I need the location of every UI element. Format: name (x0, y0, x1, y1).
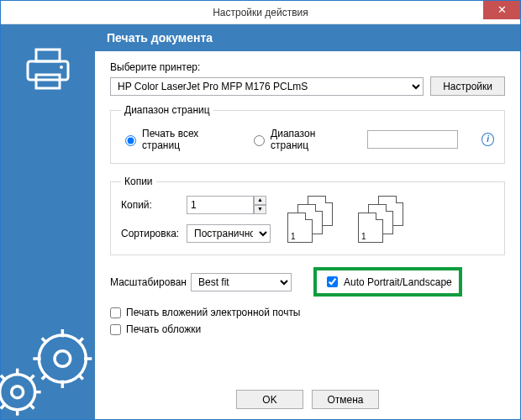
radio-all-input[interactable] (125, 135, 136, 146)
page-range-group: Диапазон страниц Печать всех страниц Диа… (110, 104, 505, 164)
collate-stack-icon: 3 2 1 (287, 196, 338, 243)
spin-down-icon[interactable]: ▼ (254, 205, 266, 214)
copies-legend: Копии (121, 176, 156, 187)
page-range-legend: Диапазон страниц (121, 104, 213, 116)
copies-group: Копии Копий: ▲ ▼ (110, 176, 505, 255)
cancel-button[interactable]: Отмена (312, 390, 379, 409)
radio-all-label: Печать всех страниц (142, 128, 229, 151)
titlebar: Настройки действия ✕ (1, 1, 520, 24)
printer-select[interactable]: HP Color LaserJet Pro MFP M176 PCLmS (110, 77, 424, 96)
printer-label: Выберите принтер: (110, 61, 505, 73)
collate-select[interactable]: Постранично (187, 224, 271, 243)
section-header: Печать документа (95, 24, 520, 51)
radio-range-label: Диапазон страниц (271, 128, 347, 151)
copies-input[interactable] (187, 196, 254, 214)
main-panel: Печать документа Выберите принтер: HP Co… (95, 24, 520, 419)
svg-line-12 (1, 405, 5, 409)
svg-rect-0 (36, 50, 60, 61)
scale-label: Масштабирован (110, 276, 189, 288)
ok-button[interactable]: OK (236, 390, 303, 409)
collate-label: Сортировка: (121, 228, 187, 239)
auto-orientation-checkbox[interactable] (327, 276, 338, 287)
svg-line-20 (42, 339, 47, 344)
svg-point-4 (0, 375, 35, 410)
copies-spinner[interactable]: ▲ ▼ (187, 196, 271, 214)
close-button[interactable]: ✕ (483, 1, 520, 19)
scale-select[interactable]: Best fit (191, 273, 292, 291)
collate-stack-icon: 3 2 1 (358, 196, 408, 243)
svg-line-11 (30, 405, 34, 409)
radio-page-range[interactable]: Диапазон страниц (250, 128, 347, 151)
gears-icon (0, 312, 102, 420)
svg-line-21 (78, 375, 83, 380)
dialog-window: Настройки действия ✕ (0, 0, 521, 420)
print-cover-checkbox[interactable] (110, 324, 121, 335)
sidebar (1, 24, 95, 419)
auto-orientation-label: Auto Portrait/Landscape (344, 276, 452, 288)
print-attachments-checkbox[interactable] (110, 307, 121, 318)
svg-line-13 (30, 375, 34, 380)
collate-preview: 3 2 1 3 2 1 (287, 196, 408, 243)
print-cover-label: Печать обложки (126, 323, 201, 335)
svg-point-15 (55, 351, 71, 367)
dialog-footer: OK Отмена (95, 381, 520, 419)
svg-rect-1 (28, 61, 68, 80)
svg-point-3 (60, 66, 63, 69)
copies-count-label: Копий: (121, 199, 187, 211)
auto-orientation-highlight: Auto Portrait/Landscape (313, 267, 462, 297)
window-title: Настройки действия (213, 7, 308, 18)
svg-line-22 (42, 375, 47, 380)
spin-up-icon[interactable]: ▲ (254, 196, 266, 205)
radio-range-input[interactable] (254, 135, 265, 146)
printer-icon (23, 45, 73, 95)
svg-point-5 (12, 386, 24, 398)
svg-line-23 (78, 339, 83, 344)
print-attachments-label: Печать вложений электронной почты (126, 307, 301, 318)
page-range-input[interactable] (367, 130, 458, 149)
info-icon[interactable]: i (482, 133, 494, 146)
svg-rect-2 (36, 75, 60, 88)
svg-line-10 (1, 375, 5, 380)
printer-settings-button[interactable]: Настройки (430, 76, 505, 96)
radio-all-pages[interactable]: Печать всех страниц (121, 128, 229, 151)
